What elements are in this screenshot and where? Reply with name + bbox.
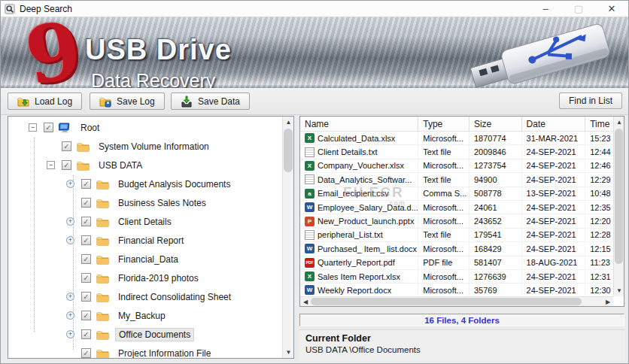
tree-checkbox[interactable]: ✓ [81, 198, 91, 208]
save-data-button[interactable]: Save Data [171, 93, 250, 110]
file-row[interactable]: a Email_recipient.csv Comma S... 508778 … [300, 187, 613, 201]
file-name: Weekly Report.docx [318, 286, 391, 295]
file-row[interactable]: W Purchased_ Item_ list.docx Microsoft..… [300, 242, 613, 256]
expander-minus-icon[interactable]: − [29, 123, 37, 132]
tree-item[interactable]: − ✓ Root [9, 118, 281, 137]
file-size: 168429 [469, 242, 522, 255]
file-name: peripheral_List.txt [318, 230, 383, 239]
xlsx-file-icon: X [305, 271, 314, 281]
file-row[interactable]: Data_Analytics_Softwar... Text file 9490… [300, 173, 613, 187]
file-size: 1276639 [469, 270, 522, 283]
tree-checkbox[interactable]: ✓ [81, 179, 91, 189]
tree-checkbox[interactable]: ✓ [81, 329, 91, 339]
folder-save-icon [99, 96, 111, 108]
expander-plus-icon[interactable]: + [66, 217, 74, 226]
tree-item[interactable]: ✓ Project Information File [9, 344, 281, 358]
column-header-size[interactable]: Size [469, 117, 522, 131]
tree-checkbox[interactable]: ✓ [81, 273, 91, 283]
expander-plus-icon[interactable]: + [66, 330, 74, 338]
scroll-down-icon[interactable]: ▼ [614, 285, 624, 296]
file-row[interactable]: P New_Product_launch.pptx Microsoft... 2… [300, 214, 613, 228]
tree-indent [9, 278, 66, 278]
minimize-button[interactable]: – [529, 1, 562, 17]
tree-item[interactable]: ✓ System Volume Information [9, 137, 281, 156]
column-header-type[interactable]: Type [418, 117, 469, 131]
scroll-up-icon[interactable]: ▲ [283, 117, 294, 128]
tree-item[interactable]: + ✓ My_Backup [9, 306, 281, 325]
tree-checkbox[interactable]: ✓ [81, 217, 91, 226]
file-date: 24-SEP-2021 [522, 214, 586, 227]
folder-tree: − ✓ Root ✓ System Volume Info [9, 118, 281, 358]
file-size: 94900 [469, 173, 522, 186]
app-logo: 9 [19, 17, 89, 88]
tree-item[interactable]: + ✓ Indirect Consolidating Sheet [9, 287, 281, 306]
tree-indent [9, 315, 66, 316]
tree-vertical-scrollbar[interactable]: ▲ ▼ [282, 117, 293, 358]
tree-item[interactable]: + ✓ Office Documents [9, 325, 281, 344]
expander-plus-icon[interactable]: + [66, 180, 74, 188]
txt-file-icon [305, 230, 314, 240]
column-header-date[interactable]: Date [522, 117, 586, 131]
file-row[interactable]: PDF Quarterly_Report.pdf PDF file 581407… [300, 256, 613, 270]
tree-item[interactable]: + ✓ Budget Analysis Documents [9, 174, 281, 193]
tree-item[interactable]: ✓ Business Sales Notes [9, 193, 281, 212]
file-list-body: X Calculated_Data.xlsx Microsoft... 1870… [300, 132, 613, 296]
tree-checkbox[interactable]: ✓ [81, 311, 91, 320]
file-time: 12:44 [585, 145, 613, 158]
expander-minus-icon[interactable]: − [47, 161, 55, 169]
tree-item-label: Indirect Consolidating Sheet [115, 291, 234, 303]
file-date: 24-SEP-2021 [522, 229, 586, 241]
file-row[interactable]: peripheral_List.txt Text file 179541 24-… [300, 229, 613, 242]
maximize-button[interactable]: ▢ [562, 1, 595, 17]
list-vertical-scrollbar[interactable]: ▲ ▼ [613, 117, 624, 296]
file-row[interactable]: W Employee_Salary_Data.d... Microsoft...… [300, 201, 613, 214]
file-row[interactable]: X Company_Voucher.xlsx Microsoft... 1273… [300, 159, 613, 173]
tree-checkbox[interactable]: ✓ [81, 235, 91, 245]
tree-item[interactable]: + ✓ Client Details [9, 212, 281, 231]
app-magnifier-icon [5, 4, 15, 14]
save-log-button[interactable]: Save Log [90, 93, 165, 110]
folder-icon [96, 179, 109, 190]
tree-item[interactable]: ✓ Financial_Data [9, 250, 281, 268]
tree-checkbox[interactable]: ✓ [62, 160, 71, 170]
file-date: 24-SEP-2021 [522, 173, 586, 186]
column-header-time[interactable]: Time [585, 117, 613, 131]
folder-tree-panel: − ✓ Root ✓ System Volume Info [8, 116, 294, 359]
tree-item[interactable]: − ✓ USB DATA [9, 156, 281, 174]
scroll-left-icon[interactable]: ◀ [300, 297, 311, 307]
scroll-right-icon[interactable]: ▶ [603, 297, 613, 307]
tree-checkbox[interactable]: ✓ [81, 292, 91, 302]
find-in-list-button[interactable]: Find in List [559, 93, 622, 109]
close-button[interactable]: ✕ [595, 1, 628, 17]
expander-plus-icon[interactable]: + [66, 236, 74, 244]
file-name: Sales Item Report.xlsx [318, 272, 400, 281]
file-name: New_Product_launch.pptx [318, 217, 414, 226]
file-date: 24-SEP-2021 [522, 242, 586, 255]
folder-icon [96, 311, 109, 321]
column-header-name[interactable]: Name [300, 117, 418, 131]
list-horizontal-scrollbar[interactable]: ◀ ▶ [300, 296, 613, 306]
load-log-button[interactable]: Load Log [8, 93, 82, 110]
file-row[interactable]: X Calculated_Data.xlsx Microsoft... 1870… [300, 132, 613, 145]
scrollbar-thumb[interactable] [284, 129, 293, 172]
expander-plus-icon[interactable]: + [66, 311, 74, 320]
tree-checkbox[interactable]: ✓ [62, 141, 71, 151]
scrollbar-thumb[interactable] [311, 298, 582, 305]
file-row[interactable]: Client Details.txt Text file 2009846 24-… [300, 145, 613, 159]
scrollbar-thumb[interactable] [615, 129, 623, 264]
file-row[interactable]: X Sales Item Report.xlsx Microsoft... 12… [300, 270, 613, 284]
scroll-down-icon[interactable]: ▼ [283, 347, 294, 358]
tree-item-label: Project Information File [115, 347, 214, 359]
tree-checkbox[interactable]: ✓ [81, 348, 91, 358]
tree-item[interactable]: ✓ Florida-2019 photos [9, 268, 281, 287]
tree-indent [9, 296, 66, 297]
tree-checkbox[interactable]: ✓ [44, 123, 53, 132]
tree-item[interactable]: + ✓ Financial Report [9, 231, 281, 250]
load-log-label: Load Log [35, 96, 72, 107]
file-row[interactable]: W Weekly Report.docx Microsoft... 35769 … [300, 284, 613, 296]
files-folders-count: 16 Files, 4 Folders [424, 316, 500, 325]
tree-checkbox[interactable]: ✓ [81, 254, 91, 264]
expander-plus-icon[interactable]: + [66, 293, 74, 301]
file-size: 1870774 [469, 132, 522, 144]
scroll-up-icon[interactable]: ▲ [614, 117, 624, 128]
